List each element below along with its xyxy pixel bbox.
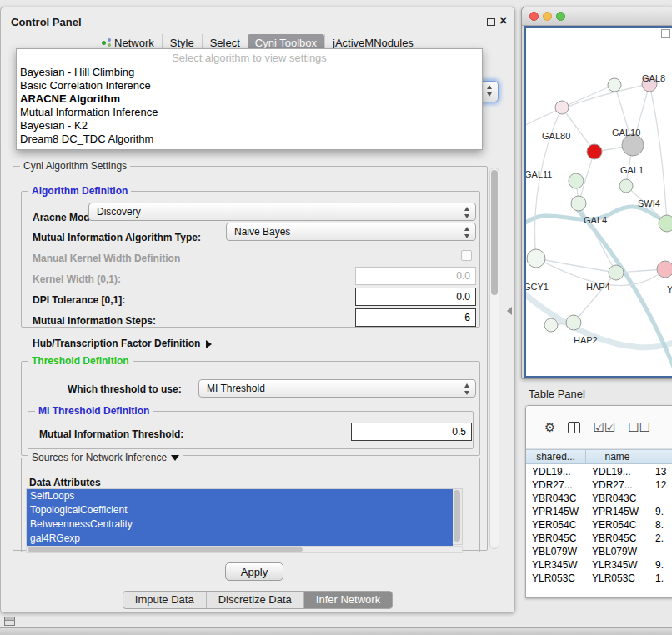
close-window-icon[interactable]: × <box>499 13 507 28</box>
sources-title-text: Sources for Network Inference <box>32 452 167 463</box>
bottom-tab-impute-data[interactable]: Impute Data <box>123 592 206 608</box>
mi-threshold-field[interactable] <box>351 422 472 441</box>
network-node[interactable] <box>544 318 558 332</box>
network-node[interactable] <box>587 144 602 159</box>
manual-kernel-checkbox <box>461 250 472 261</box>
scrollbar-thumb[interactable] <box>491 170 498 295</box>
table-cell: YBR045C <box>526 532 586 545</box>
table-row[interactable]: YLR345WYLR345W9. <box>526 558 672 572</box>
network-node-hap4[interactable] <box>609 265 624 280</box>
network-node[interactable] <box>608 78 621 92</box>
network-edges <box>526 84 672 376</box>
bottom-tab-discretize-data[interactable]: Discretize Data <box>206 592 303 608</box>
column-header-shared[interactable]: shared... <box>526 450 586 463</box>
data-attributes-label: Data Attributes <box>29 477 101 488</box>
column-selector-icon[interactable] <box>568 422 580 433</box>
network-node-hap2[interactable] <box>566 315 581 330</box>
node-label-gal10: GAL10 <box>612 128 640 138</box>
which-threshold-value: MI Threshold <box>207 382 265 394</box>
bottom-tab-infer-network[interactable]: Infer Network <box>303 592 392 608</box>
mi-steps-field[interactable] <box>355 308 476 327</box>
table-cell: YLR345W <box>586 558 649 572</box>
which-threshold-combo[interactable]: MI Threshold <box>198 379 476 398</box>
gear-icon[interactable]: ⚙ <box>544 421 555 434</box>
network-window: GAL8GAL80GAL10GAL11GAL1SWI4GAL4GCY1HAP4Y… <box>521 7 672 379</box>
table-row[interactable]: YBR045CYBR045C2. <box>526 532 672 545</box>
algorithm-option-mutual-information-inference[interactable]: Mutual Information Inference <box>17 106 482 119</box>
aracne-mode-combo[interactable]: Discovery <box>88 202 476 221</box>
select-none-icon[interactable]: ☐☐ <box>628 421 650 434</box>
node-label-swi4: SWI4 <box>638 198 660 208</box>
column-header-name[interactable]: name <box>586 450 649 463</box>
select-all-icon[interactable]: ☑☑ <box>593 421 615 434</box>
table-cell: YBR043C <box>526 492 586 505</box>
overview-toggle[interactable] <box>661 29 670 38</box>
table-row[interactable]: YLR053CYLR053C1. <box>526 572 672 585</box>
attribute-item-topologicalcoefficient[interactable]: TopologicalCoefficient <box>27 503 453 518</box>
table-cell: YBR045C <box>586 532 649 545</box>
attribute-item-selfloops[interactable]: SelfLoops <box>27 489 453 503</box>
table-cell: 9. <box>649 558 672 572</box>
table-toolbar: ⚙ ☑☑ ☐☐ <box>526 406 672 449</box>
network-canvas[interactable]: GAL8GAL80GAL10GAL11GAL1SWI4GAL4GCY1HAP4Y… <box>524 26 672 378</box>
float-window-icon[interactable] <box>487 18 495 26</box>
zoom-traffic-light-icon[interactable] <box>556 12 565 21</box>
table-cell: YPR145W <box>526 505 586 518</box>
algorithm-option-bayesian-k2[interactable]: Bayesian - K2 <box>17 119 482 132</box>
close-traffic-light-icon[interactable] <box>529 12 539 21</box>
attribute-item-gal4rgexp[interactable]: gal4RGexp <box>27 532 453 546</box>
algorithm-option-basic-correlation-inference[interactable]: Basic Correlation Inference <box>17 79 482 92</box>
network-node-gal80[interactable] <box>555 101 569 114</box>
mi-type-combo[interactable]: Naive Bayes <box>226 222 476 241</box>
table-cell: YDL19... <box>586 465 649 478</box>
settings-scrollbar[interactable] <box>489 168 499 549</box>
list-scrollbar[interactable] <box>453 489 462 544</box>
network-node-gal4[interactable] <box>571 196 586 211</box>
scrollbar-thumb[interactable] <box>454 490 460 542</box>
algorithm-option-aracne-algorithm[interactable]: ARACNE Algorithm <box>17 92 482 106</box>
network-node-gcy1[interactable] <box>527 249 545 268</box>
dpi-tolerance-field[interactable] <box>355 288 476 306</box>
column-header-2[interactable] <box>649 450 672 463</box>
attribute-item-betweennesscentrality[interactable]: BetweennessCentrality <box>27 518 453 532</box>
minimized-panel-icon[interactable] <box>4 617 15 626</box>
table-row[interactable]: YBR043CYBR043C <box>526 492 672 505</box>
network-node-swi4[interactable] <box>659 215 672 232</box>
table-row[interactable]: YPR145WYPR145W9. <box>526 505 672 518</box>
node-label-y: Y <box>667 284 672 294</box>
sources-group-title[interactable]: Sources for Network Inference <box>28 452 183 463</box>
algorithm-option-dream8-dc-tdc-algorithm[interactable]: Dream8 DC_TDC Algorithm <box>17 132 482 146</box>
table-row[interactable]: YDL19...YDL19...13 <box>526 465 672 478</box>
data-attributes-list[interactable]: SelfLoopsTopologicalCoefficientBetweenne… <box>26 488 463 545</box>
panel-splitter-collapse-icon[interactable] <box>507 307 512 315</box>
node-label-hap4: HAP4 <box>586 282 610 292</box>
minimize-traffic-light-icon[interactable] <box>543 12 552 21</box>
table-row[interactable]: YER054CYER054C8. <box>526 518 672 532</box>
list-horizontal-scrollbar[interactable] <box>26 546 463 553</box>
network-node-gal11[interactable] <box>569 173 584 188</box>
hub-definition-toggle[interactable]: Hub/Transcription Factor Definition <box>33 338 212 349</box>
node-label-gal1: GAL1 <box>620 165 644 175</box>
manual-kernel-label: Manual Kernel Width Definition <box>33 252 180 264</box>
table-cell: YLR053C <box>586 572 649 585</box>
node-label-gal11: GAL11 <box>526 169 552 179</box>
algorithm-dropdown: Select algorithm to view settings Bayesi… <box>16 48 483 150</box>
apply-button[interactable]: Apply <box>225 562 283 581</box>
expand-right-icon <box>206 340 212 348</box>
network-window-titlebar[interactable] <box>522 8 672 26</box>
table-cell: YBL079W <box>586 545 649 558</box>
node-label-gal8: GAL8 <box>642 73 665 83</box>
network-node-gal1[interactable] <box>619 179 633 192</box>
table-cell: YLR345W <box>526 558 586 572</box>
table-panel-window: ⚙ ☑☑ ☐☐ shared...name YDL19...YDL19...13… <box>525 405 672 598</box>
table-row[interactable]: YBL079WYBL079W <box>526 545 672 558</box>
table-row[interactable]: YDR27...YDR27...12 <box>526 478 672 492</box>
network-node-y[interactable] <box>657 261 672 278</box>
scrollbar-thumb[interactable] <box>28 548 303 552</box>
table-cell: 1. <box>649 572 672 585</box>
table-panel-title: Table Panel <box>529 388 585 400</box>
aracne-mode-value: Discovery <box>97 206 141 218</box>
algorithm-option-bayesian-hill-climbing[interactable]: Bayesian - Hill Climbing <box>17 66 482 79</box>
table-header: shared...name <box>526 449 672 464</box>
node-label-gal4: GAL4 <box>584 215 607 225</box>
